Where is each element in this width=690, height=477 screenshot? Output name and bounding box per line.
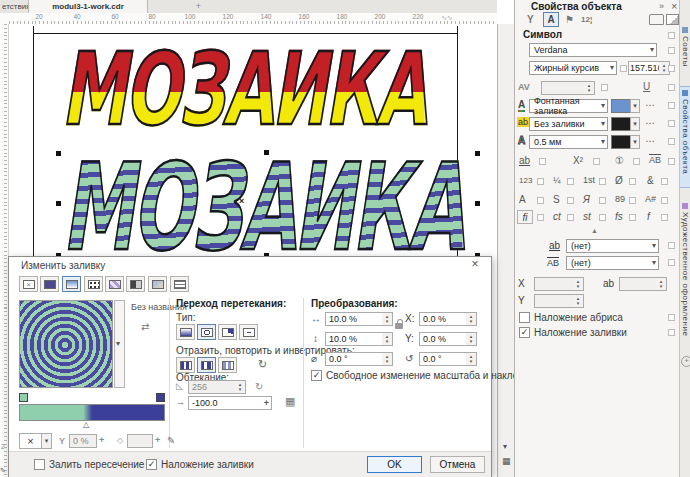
- fill-type-bitmap-pattern-button[interactable]: [126, 276, 145, 292]
- alternates-button[interactable]: A#: [645, 194, 656, 204]
- gradient-bar[interactable]: [19, 404, 165, 421]
- scroll-down-arrow[interactable]: ▾: [503, 442, 507, 451]
- width-scale-field[interactable]: 10.0 %: [325, 312, 383, 326]
- stop-position-field[interactable]: [127, 434, 153, 448]
- fill-color-swatch[interactable]: [611, 99, 631, 113]
- fill-type-postscript-button[interactable]: [170, 276, 189, 292]
- opentype-ab-dropdown[interactable]: (нет): [566, 239, 659, 253]
- outline-width-dropdown[interactable]: 0.5 мм: [529, 135, 608, 149]
- steps-spinner[interactable]: [235, 380, 246, 394]
- stop-start-handle[interactable]: [19, 393, 28, 402]
- fill-intersection-checkbox[interactable]: [34, 459, 45, 470]
- text-frame-icon[interactable]: [649, 14, 664, 25]
- canvas-scroll-strip[interactable]: ▾ ▦: [497, 24, 514, 477]
- doc-tab-active[interactable]: modul3-1-work.cdr: [28, 0, 148, 13]
- offset-slider-handle[interactable]: +: [264, 398, 269, 408]
- stop-end-handle[interactable]: [156, 393, 165, 402]
- width-scale-spinner[interactable]: [382, 312, 393, 326]
- preview-picker-strip[interactable]: ▾: [114, 300, 125, 388]
- selection-handle[interactable]: [475, 201, 480, 206]
- text-mosaic-pattern[interactable]: МОЗАИКА: [62, 148, 462, 268]
- text-mosaic-redyellow[interactable]: МОЗАИКА: [61, 40, 425, 140]
- panel-close-icon[interactable]: ×: [671, 0, 677, 12]
- ligature-ct-button[interactable]: ct: [553, 211, 561, 222]
- outline-more-button[interactable]: …: [645, 133, 655, 144]
- fill-type-uniform-button[interactable]: [40, 276, 59, 292]
- fill-type-fountain-button[interactable]: [62, 276, 81, 292]
- underline-feature-button[interactable]: ab: [519, 155, 530, 166]
- rotate-field[interactable]: 0.0 °: [419, 352, 467, 366]
- corner-tool-icon[interactable]: ✎: [0, 467, 6, 475]
- fill-preview[interactable]: [19, 300, 113, 388]
- underline-icon[interactable]: U: [643, 81, 650, 92]
- font-name-dropdown[interactable]: Verdana: [529, 43, 657, 57]
- wrap-text-icon[interactable]: [666, 14, 679, 25]
- stylistic-alt-button[interactable]: A: [519, 194, 526, 205]
- fill-nodes-grid-icon[interactable]: ▦: [285, 395, 295, 408]
- fill-type-twocolor-pattern-button[interactable]: [84, 276, 103, 292]
- caps-feature-button[interactable]: AB: [649, 155, 661, 165]
- overlap-fill-checkbox[interactable]: ✓: [519, 327, 530, 338]
- fill-type-none-button[interactable]: ×: [19, 276, 38, 292]
- ordinals-button[interactable]: 1st: [583, 175, 595, 185]
- ornaments-button[interactable]: &: [647, 175, 654, 186]
- blend-radial-button[interactable]: [197, 324, 216, 340]
- swash-button[interactable]: S: [553, 194, 560, 205]
- blend-conical-button[interactable]: [218, 324, 237, 340]
- cancel-button[interactable]: Отмена: [430, 456, 485, 473]
- x-offset-spinner[interactable]: [466, 312, 477, 326]
- document-navigator-icon[interactable]: ▦: [502, 456, 511, 466]
- background-more-button[interactable]: …: [645, 115, 655, 126]
- font-size-field[interactable]: 157.516: [628, 61, 660, 75]
- x-offset-field[interactable]: 0.0 %: [419, 312, 467, 326]
- stop-color-dropdown[interactable]: ▾: [41, 433, 52, 449]
- outline-color-swatch[interactable]: [611, 135, 631, 149]
- free-transform-checkbox[interactable]: ✓: [311, 370, 322, 381]
- frame-123-icon[interactable]: 12¦: [581, 15, 592, 24]
- tabular-figures-button[interactable]: 123: [519, 176, 532, 185]
- stop-opacity-field[interactable]: 0 %: [69, 434, 97, 448]
- background-type-dropdown[interactable]: Без заливки: [529, 117, 608, 131]
- font-style-dropdown[interactable]: Жирный курсив: [529, 61, 617, 75]
- fill-type-texture-button[interactable]: [148, 276, 167, 292]
- character-tab-button[interactable]: A: [543, 12, 559, 27]
- stop-position-slider-icon[interactable]: +: [155, 435, 160, 445]
- ligature-fs-button[interactable]: fs: [615, 211, 623, 222]
- height-scale-field[interactable]: 10.0 %: [325, 332, 383, 346]
- fill-more-button[interactable]: …: [645, 97, 655, 108]
- y-offset-spinner[interactable]: [466, 332, 477, 346]
- selection-handle[interactable]: [56, 201, 61, 206]
- contextual-alt-button[interactable]: Я: [583, 194, 590, 205]
- background-swatch-dropdown[interactable]: ▾: [630, 117, 640, 131]
- fill-swatch-dropdown[interactable]: ▾: [630, 99, 640, 113]
- doc-tab-partial[interactable]: етствия: [0, 0, 30, 13]
- stop-color-button[interactable]: ×: [19, 433, 42, 449]
- skew-field[interactable]: 0.0 °: [325, 352, 383, 366]
- fill-swap-icon[interactable]: ⇄: [141, 321, 149, 332]
- object-center-marker[interactable]: ×: [239, 196, 244, 206]
- offset-field[interactable]: -100.0 +: [188, 396, 272, 410]
- repeat-refresh-icon[interactable]: ↻: [258, 358, 267, 371]
- ligature-f-button[interactable]: f: [647, 211, 650, 222]
- new-tab-button[interactable]: +: [192, 0, 205, 13]
- docker-tab-object-properties[interactable]: Свойства объекта: [680, 86, 690, 188]
- repeat-mirror-button[interactable]: [197, 357, 216, 373]
- overprint-fill-checkbox[interactable]: ✓: [146, 459, 157, 470]
- selection-handle[interactable]: [475, 151, 480, 156]
- rotate-spinner[interactable]: [466, 352, 477, 366]
- outline-swatch-dropdown[interactable]: ▾: [630, 135, 640, 149]
- dialog-close-icon[interactable]: ×: [467, 257, 483, 271]
- frame-properties-goblet-icon[interactable]: Y: [527, 14, 534, 25]
- docker-tab-artistic-media[interactable]: Художественное оформление: [680, 200, 690, 348]
- docker-tab-tips[interactable]: Советы: [680, 24, 690, 76]
- ligature-fi-button[interactable]: fi: [517, 210, 533, 224]
- fill-type-vector-pattern-button[interactable]: [105, 276, 124, 292]
- position-feature-button[interactable]: X²: [573, 155, 583, 166]
- overlap-outline-checkbox[interactable]: [519, 312, 530, 323]
- opentype-caps-dropdown[interactable]: (нет): [566, 256, 659, 270]
- skew-spinner[interactable]: [382, 352, 393, 366]
- char-x-spinner[interactable]: [573, 277, 584, 291]
- fill-type-dropdown[interactable]: Фонтанная заливка: [529, 99, 608, 113]
- eyedropper-pen-icon[interactable]: ✎: [167, 435, 175, 446]
- selection-handle[interactable]: [56, 151, 61, 156]
